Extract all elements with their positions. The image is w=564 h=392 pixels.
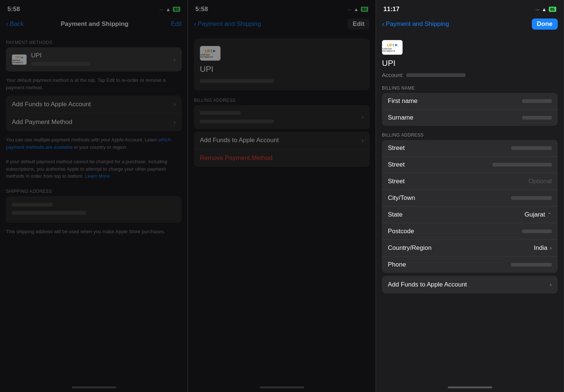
time-2: 5:58 bbox=[195, 6, 208, 13]
country-row[interactable]: Country/Region India › bbox=[382, 240, 558, 257]
state-value: Gujarat bbox=[436, 211, 545, 218]
shipping-address-block bbox=[6, 196, 182, 223]
country-label: Country/Region bbox=[388, 244, 436, 252]
payment-methods-group: UPI ▶ UNIFIED PAYMENTS UPI › bbox=[6, 47, 182, 71]
billing-address-group: › bbox=[194, 105, 370, 129]
remove-payment-label: Remove Payment Method bbox=[200, 154, 364, 162]
upi-account-blurred bbox=[31, 62, 90, 66]
billing-name-header: BILLING NAME bbox=[376, 81, 564, 93]
billing-address-header-2: BILLING ADDRESS bbox=[188, 93, 376, 105]
home-indicator-2 bbox=[188, 385, 376, 392]
add-funds-chevron-3: › bbox=[550, 281, 552, 288]
street-row-3[interactable]: Street Optional bbox=[382, 173, 558, 190]
remove-payment-row[interactable]: Remove Payment Method bbox=[194, 149, 370, 167]
upi-detail-name: UPI bbox=[200, 64, 364, 74]
address-line1-blurred bbox=[12, 211, 86, 215]
add-funds-row-1[interactable]: Add Funds to Apple Account › bbox=[6, 96, 182, 113]
city-label: City/Town bbox=[388, 194, 436, 202]
street-row-2[interactable]: Street bbox=[382, 157, 558, 173]
add-funds-group-3: Add Funds to Apple Account › bbox=[382, 276, 558, 294]
nav-bar-2: ‹ Payment and Shipping Edit bbox=[188, 16, 376, 33]
billing-name-blurred bbox=[200, 111, 241, 115]
back-button-2[interactable]: ‹ Payment and Shipping bbox=[194, 20, 261, 28]
back-button-3[interactable]: ‹ Payment and Shipping bbox=[382, 20, 449, 28]
info-text-2: You can use multiple payment methods wit… bbox=[0, 133, 188, 154]
add-funds-label-3: Add Funds to Apple Account bbox=[388, 281, 550, 288]
postcode-label: Postcode bbox=[388, 228, 436, 235]
content-3: UPI ▶ UNIFIED PAYMENTS UPI Account: BILL… bbox=[376, 33, 564, 385]
upi-icon: UPI ▶ UNIFIED PAYMENTS bbox=[12, 54, 27, 65]
add-payment-row[interactable]: Add Payment Method › bbox=[6, 113, 182, 131]
upi-section-3: UPI ▶ UNIFIED PAYMENTS UPI Account: bbox=[376, 36, 564, 81]
edit-button-1[interactable]: Edit bbox=[165, 20, 182, 28]
signal-icon: ··· bbox=[160, 7, 164, 12]
home-bar-1 bbox=[72, 386, 116, 388]
content-2: UPI ▶ UNIFIED PAYMENTS UPI BILLING ADDRE… bbox=[188, 33, 376, 385]
add-payment-label: Add Payment Method bbox=[12, 118, 174, 126]
street-label-3: Street bbox=[388, 178, 436, 185]
wifi-icon: ▲ bbox=[166, 7, 171, 12]
postcode-row[interactable]: Postcode bbox=[382, 223, 558, 240]
phone-value bbox=[436, 261, 552, 268]
back-chevron-2: ‹ bbox=[194, 20, 196, 28]
street-optional: Optional bbox=[436, 178, 552, 185]
first-name-value bbox=[436, 97, 552, 105]
billing-address-header-3: BILLING ADDRESS bbox=[376, 128, 564, 140]
add-options-group: Add Funds to Apple Account › Add Payment… bbox=[6, 96, 182, 131]
time-3: 11:17 bbox=[383, 6, 399, 13]
postcode-value bbox=[436, 228, 552, 235]
account-label-3: Account: bbox=[382, 72, 403, 78]
payment-methods-link[interactable]: which payment methods are available bbox=[6, 137, 171, 150]
status-icons-2: ··· ▲ 93 bbox=[348, 7, 368, 12]
back-button-1[interactable]: ‹ Back bbox=[6, 20, 24, 28]
billing-name-group: First name Surname bbox=[382, 93, 558, 126]
state-label: State bbox=[388, 211, 436, 218]
upi-icon-large: UPI ▶ UNIFIED PAYMENTS bbox=[200, 46, 221, 61]
street-value-2 bbox=[436, 161, 552, 168]
home-bar-2 bbox=[260, 386, 304, 388]
status-icons-3: ··· ▲ 85 bbox=[536, 7, 556, 12]
first-name-label: First name bbox=[388, 97, 436, 105]
billing-address-fields: Street Street Street Optional City/Town … bbox=[382, 140, 558, 273]
nav-title-1: Payment and Shipping bbox=[61, 20, 128, 28]
street-row-1[interactable]: Street bbox=[382, 140, 558, 157]
phone-row[interactable]: Phone bbox=[382, 257, 558, 273]
upi-name-3: UPI bbox=[382, 58, 558, 68]
add-funds-row-2[interactable]: Add Funds to Apple Account › bbox=[194, 131, 370, 149]
payment-methods-header: PAYMENT METHODS bbox=[0, 36, 188, 47]
shipping-info: This shipping address will be used when … bbox=[0, 225, 188, 238]
add-funds-row-3[interactable]: Add Funds to Apple Account › bbox=[382, 276, 558, 294]
surname-value bbox=[436, 114, 552, 121]
country-value: India bbox=[436, 244, 547, 252]
phone-label: Phone bbox=[388, 261, 436, 268]
battery-1: 93 bbox=[173, 7, 180, 12]
edit-button-2[interactable]: Edit bbox=[348, 19, 370, 30]
info-text-1: Your default payment method is at the to… bbox=[0, 74, 188, 94]
home-indicator-1 bbox=[0, 385, 188, 392]
first-name-row[interactable]: First name bbox=[382, 93, 558, 110]
billing-address-row[interactable]: › bbox=[194, 105, 370, 129]
home-indicator-3 bbox=[376, 385, 564, 392]
status-bar-3: 11:17 ··· ▲ 85 bbox=[376, 0, 564, 16]
street-label-2: Street bbox=[388, 161, 436, 168]
wifi-icon-3: ▲ bbox=[542, 7, 547, 12]
content-1: PAYMENT METHODS UPI ▶ UNIFIED PAYMENTS U… bbox=[0, 33, 188, 385]
surname-row[interactable]: Surname bbox=[382, 110, 558, 126]
status-bar-2: 5:58 ··· ▲ 93 bbox=[188, 0, 376, 16]
status-icons-1: ··· ▲ 93 bbox=[160, 7, 180, 12]
upi-icon-large-3: UPI ▶ UNIFIED PAYMENTS bbox=[382, 40, 403, 55]
upi-chevron: › bbox=[174, 56, 176, 63]
battery-3: 85 bbox=[549, 7, 556, 12]
signal-icon-2: ··· bbox=[348, 7, 352, 12]
city-row[interactable]: City/Town bbox=[382, 190, 558, 207]
done-button[interactable]: Done bbox=[532, 19, 558, 30]
back-label-2: Payment and Shipping bbox=[198, 20, 261, 28]
learn-more-link[interactable]: Learn More bbox=[85, 173, 110, 179]
battery-2: 93 bbox=[361, 7, 368, 12]
nav-bar-1: ‹ Back Payment and Shipping Edit bbox=[0, 16, 188, 33]
state-row[interactable]: State Gujarat ⌃ bbox=[382, 207, 558, 223]
status-bar-1: 5:58 ··· ▲ 93 bbox=[0, 0, 188, 16]
back-label-3: Payment and Shipping bbox=[386, 20, 449, 28]
wifi-icon-2: ▲ bbox=[354, 7, 359, 12]
upi-row[interactable]: UPI ▶ UNIFIED PAYMENTS UPI › bbox=[6, 47, 182, 71]
